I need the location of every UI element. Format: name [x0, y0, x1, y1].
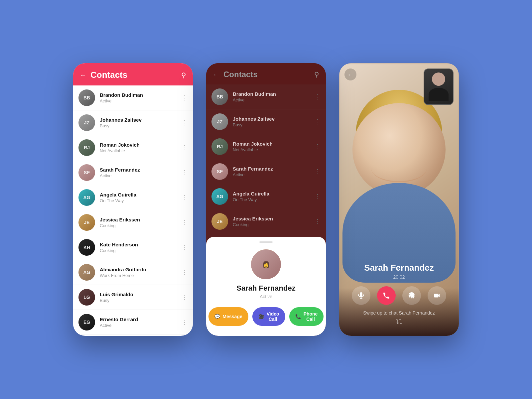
contact-status: Active: [100, 98, 177, 103]
contact-status: Busy: [100, 123, 177, 128]
contact-name: Angela Guirella: [233, 191, 310, 197]
more-options-icon[interactable]: ⋮: [182, 219, 188, 226]
avatar: RJ: [211, 138, 228, 155]
avatar-initials: JE: [211, 213, 228, 230]
more-options-icon[interactable]: ⋮: [315, 168, 321, 175]
sheet-contact-status: Active: [214, 294, 318, 299]
more-options-icon[interactable]: ⋮: [182, 244, 188, 251]
video-label: Video Call: [267, 311, 279, 322]
more-options-icon[interactable]: ⋮: [182, 94, 188, 101]
list-item[interactable]: SF Sarah Fernandez Active ⋮: [206, 159, 326, 184]
avatar: JE: [78, 214, 95, 231]
phone2-title: Contacts: [223, 70, 310, 79]
list-item[interactable]: LG Luis Grimaldo Busy ⋮: [73, 285, 193, 310]
contact-status: Busy: [100, 298, 177, 303]
more-options-icon[interactable]: ⋮: [182, 169, 188, 176]
self-face: [432, 72, 445, 86]
video-call-button[interactable]: 🎥 Video Call: [252, 307, 285, 326]
avatar-initials: AG: [211, 188, 228, 205]
list-item[interactable]: SF Sarah Fernandez Active ⋮: [73, 160, 193, 185]
list-item[interactable]: JZ Johannes Zaitsev Busy ⋮: [206, 109, 326, 134]
call-contact-name: Sarah Fernandez: [346, 263, 452, 273]
list-item[interactable]: BB Brandon Budiman Active ⋮: [206, 84, 326, 109]
avatar: LG: [78, 289, 95, 306]
phone-contacts-dark: ← Contacts ⚲ BB Brandon Budiman Active ⋮…: [206, 63, 326, 336]
mute-button[interactable]: [352, 286, 370, 305]
list-item[interactable]: JE Jessica Erikssen Cooking ⋮: [73, 210, 193, 235]
video-icon: 🎥: [258, 314, 264, 319]
sheet-avatar: 👩: [251, 249, 281, 279]
phone1-title: Contacts: [90, 70, 177, 80]
search-icon-dark[interactable]: ⚲: [314, 70, 319, 78]
message-button[interactable]: 💬 Message: [208, 307, 248, 326]
contact-info: Ernesto Gerrard Active: [100, 317, 177, 328]
swipe-up-text: Swipe up to chat Sarah Fernandez: [346, 310, 452, 316]
contact-info: Alexandra Gottardo Work From Home: [100, 267, 177, 278]
list-item[interactable]: AG Angela Guirella On The Way ⋮: [206, 184, 326, 209]
more-options-icon[interactable]: ⋮: [182, 319, 188, 326]
contact-status: Active: [100, 173, 177, 178]
list-item[interactable]: RJ Roman Jokovich Not Available ⋮: [73, 135, 193, 160]
list-item[interactable]: JE Jessica Erikssen Cooking ⋮: [206, 209, 326, 234]
avatar-initials: BB: [211, 88, 228, 105]
list-item[interactable]: RJ Roman Jokovich Not Available ⋮: [206, 134, 326, 159]
search-icon[interactable]: ⚲: [181, 71, 186, 79]
switch-camera-button[interactable]: [402, 286, 421, 305]
contact-status: On The Way: [233, 197, 310, 202]
more-options-icon[interactable]: ⋮: [315, 93, 321, 100]
contact-status: Work From Home: [100, 273, 177, 278]
contact-info: Sarah Fernandez Active: [233, 166, 310, 177]
end-call-button[interactable]: [377, 286, 396, 305]
avatar-initials: JZ: [211, 113, 228, 130]
phone3-back-button[interactable]: ←: [344, 68, 356, 80]
list-item[interactable]: KH Kate Henderson Cooking ⋮: [73, 235, 193, 260]
phone-call-button[interactable]: 📞 Phone Call: [289, 307, 324, 326]
more-options-icon[interactable]: ⋮: [182, 294, 188, 301]
list-item[interactable]: AG Angela Guirella On The Way ⋮: [73, 185, 193, 210]
more-options-icon[interactable]: ⋮: [315, 143, 321, 150]
more-options-icon[interactable]: ⋮: [182, 144, 188, 151]
back-icon-dark[interactable]: ←: [213, 71, 219, 78]
list-item[interactable]: JZ Johannes Zaitsev Busy ⋮: [73, 110, 193, 135]
avatar-initials: RJ: [211, 138, 228, 155]
sheet-actions: 💬 Message 🎥 Video Call 📞 Phone Call: [214, 307, 318, 326]
contact-status: On The Way: [100, 198, 177, 203]
avatar: SF: [78, 164, 95, 181]
more-options-icon[interactable]: ⋮: [182, 269, 188, 276]
list-item[interactable]: AG Alexandra Gottardo Work From Home ⋮: [73, 260, 193, 285]
more-options-icon[interactable]: ⋮: [315, 118, 321, 125]
phone-label: Phone Call: [304, 311, 318, 322]
more-options-icon[interactable]: ⋮: [315, 218, 321, 225]
call-duration: 20:02: [346, 274, 452, 280]
contact-name: Roman Jokovich: [233, 141, 310, 147]
avatar: AG: [78, 189, 95, 206]
contact-status: Not Available: [233, 147, 310, 152]
avatar: AG: [211, 188, 228, 205]
avatar-initials: AG: [78, 264, 95, 281]
more-options-icon[interactable]: ⋮: [182, 194, 188, 201]
list-item[interactable]: BB Brandon Budiman Active ⋮: [73, 85, 193, 110]
contact-name: Kate Henderson: [100, 242, 177, 247]
avatar-initials: BB: [78, 89, 95, 106]
contact-name: Jessica Erikssen: [100, 217, 177, 222]
call-overlay: Sarah Fernandez 20:02 Swipe up to chat S…: [339, 256, 459, 336]
avatar-initials: LG: [78, 289, 95, 306]
contact-status: Busy: [233, 122, 310, 127]
video-toggle-button[interactable]: [428, 286, 446, 305]
contact-info: Johannes Zaitsev Busy: [100, 117, 177, 128]
contact-info: Brandon Budiman Active: [100, 92, 177, 103]
contact-info: Angela Guirella On The Way: [233, 191, 310, 202]
contact-info: Roman Jokovich Not Available: [100, 142, 177, 153]
more-options-icon[interactable]: ⋮: [182, 119, 188, 126]
avatar-initials: SF: [211, 163, 228, 180]
list-item[interactable]: EG Ernesto Gerrard Active ⋮: [73, 310, 193, 335]
contact-name: Johannes Zaitsev: [100, 117, 177, 123]
contact-name: Roman Jokovich: [100, 142, 177, 148]
avatar: KH: [78, 239, 95, 256]
avatar-initials: EG: [78, 314, 95, 331]
avatar-initials: JE: [78, 214, 95, 231]
contact-status: Cooking: [100, 223, 177, 228]
more-options-icon[interactable]: ⋮: [315, 193, 321, 200]
back-icon[interactable]: ←: [80, 71, 86, 79]
bg-person-face: [352, 103, 446, 196]
